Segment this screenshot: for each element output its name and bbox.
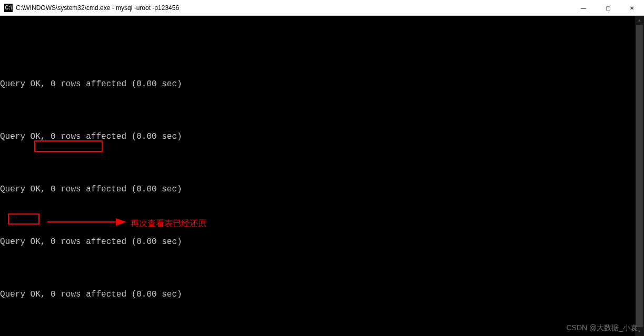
close-button[interactable]: ✕ xyxy=(620,0,644,16)
output-line: Query OK, 0 rows affected (0.00 sec) xyxy=(0,131,644,142)
output-line: Query OK, 0 rows affected (0.00 sec) xyxy=(0,184,644,195)
scroll-track[interactable] xyxy=(635,25,644,327)
cmd-window: C:\ C:\WINDOWS\system32\cmd.exe - mysql … xyxy=(0,0,644,336)
cmd-icon: C:\ xyxy=(4,4,13,12)
vertical-scrollbar[interactable]: ▲ ▼ xyxy=(635,16,644,336)
titlebar[interactable]: C:\ C:\WINDOWS\system32\cmd.exe - mysql … xyxy=(0,0,644,16)
window-controls: — ▢ ✕ xyxy=(571,0,644,15)
output-line: Query OK, 0 rows affected (0.00 sec) xyxy=(0,289,644,300)
maximize-button[interactable]: ▢ xyxy=(596,0,620,16)
output-line: Query OK, 0 rows affected (0.00 sec) xyxy=(0,79,644,89)
scroll-thumb[interactable] xyxy=(636,25,643,327)
terminal-content: Query OK, 0 rows affected (0.00 sec) Que… xyxy=(0,37,644,336)
terminal-area[interactable]: Query OK, 0 rows affected (0.00 sec) Que… xyxy=(0,16,644,336)
scroll-down-button[interactable]: ▼ xyxy=(635,327,644,336)
window-title: C:\WINDOWS\system32\cmd.exe - mysql -uro… xyxy=(16,4,571,12)
annotation-text: 再次查看表已经还原 xyxy=(131,218,206,229)
output-line: Query OK, 0 rows affected (0.00 sec) xyxy=(0,237,644,247)
minimize-button[interactable]: — xyxy=(571,0,596,16)
scroll-up-button[interactable]: ▲ xyxy=(635,16,644,25)
